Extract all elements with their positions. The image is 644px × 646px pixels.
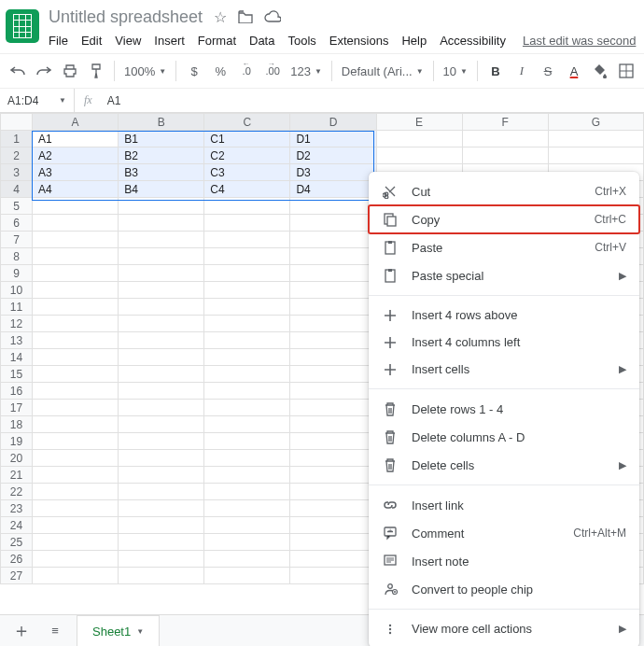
- cell[interactable]: [204, 215, 290, 232]
- row-header[interactable]: 14: [1, 349, 33, 366]
- cell[interactable]: [290, 551, 376, 568]
- row-header[interactable]: 26: [1, 551, 33, 568]
- column-header[interactable]: D: [290, 114, 376, 131]
- cell[interactable]: [119, 282, 204, 299]
- cell[interactable]: [204, 433, 290, 450]
- cell[interactable]: [119, 551, 204, 568]
- row-header[interactable]: 20: [1, 450, 33, 467]
- row-header[interactable]: 24: [1, 517, 33, 534]
- menu-tools[interactable]: Tools: [287, 34, 315, 48]
- cell[interactable]: [290, 568, 376, 584]
- row-header[interactable]: 22: [1, 484, 33, 500]
- cell[interactable]: [204, 248, 290, 265]
- font-size-dropdown[interactable]: 10▼: [443, 64, 468, 78]
- cell[interactable]: [204, 232, 290, 248]
- cell[interactable]: [119, 349, 204, 366]
- context-menu-item[interactable]: Paste special▶: [369, 261, 639, 289]
- cell[interactable]: [33, 416, 119, 433]
- row-header[interactable]: 12: [1, 316, 33, 332]
- redo-icon[interactable]: [35, 63, 52, 79]
- cell[interactable]: [33, 349, 119, 366]
- context-menu-item[interactable]: Delete cells▶: [369, 451, 639, 479]
- cell[interactable]: D4: [290, 181, 376, 198]
- column-header[interactable]: A: [33, 114, 119, 131]
- cell[interactable]: A2: [33, 147, 119, 164]
- column-header[interactable]: B: [119, 114, 204, 131]
- percent-button[interactable]: %: [212, 63, 229, 79]
- context-menu-item[interactable]: Insert 4 columns left: [369, 329, 639, 356]
- add-sheet-button[interactable]: ＋: [9, 619, 34, 643]
- cell[interactable]: [204, 332, 290, 349]
- cell[interactable]: [33, 332, 119, 349]
- cell[interactable]: [119, 467, 204, 484]
- cell[interactable]: [33, 551, 119, 568]
- cell[interactable]: [119, 568, 204, 584]
- cell[interactable]: [290, 467, 376, 484]
- row-header[interactable]: 27: [1, 568, 33, 584]
- cell[interactable]: [204, 282, 290, 299]
- cell[interactable]: C4: [204, 181, 290, 198]
- cell[interactable]: [33, 232, 119, 248]
- fill-color-button[interactable]: [592, 63, 609, 79]
- cell[interactable]: [204, 316, 290, 332]
- cell[interactable]: [290, 484, 376, 500]
- cell[interactable]: [33, 366, 119, 383]
- cell[interactable]: B3: [119, 164, 204, 181]
- cell[interactable]: [33, 198, 119, 215]
- row-header[interactable]: 21: [1, 467, 33, 484]
- star-icon[interactable]: ☆: [214, 8, 227, 26]
- cell[interactable]: [290, 215, 376, 232]
- cell[interactable]: [119, 215, 204, 232]
- cell[interactable]: [290, 383, 376, 400]
- cell[interactable]: [119, 433, 204, 450]
- cell[interactable]: [290, 198, 376, 215]
- cell[interactable]: [204, 517, 290, 534]
- context-menu-item[interactable]: PasteCtrl+V: [369, 233, 639, 261]
- context-menu-item[interactable]: CopyCtrl+C: [369, 205, 639, 233]
- row-header[interactable]: 1: [1, 131, 33, 147]
- menu-view[interactable]: View: [115, 34, 141, 48]
- cell[interactable]: [33, 282, 119, 299]
- cell[interactable]: [290, 433, 376, 450]
- borders-button[interactable]: [618, 63, 635, 79]
- column-header[interactable]: G: [548, 114, 643, 131]
- formula-value[interactable]: A1: [102, 94, 127, 107]
- cell[interactable]: [548, 147, 643, 164]
- cell[interactable]: [204, 450, 290, 467]
- cell[interactable]: [119, 534, 204, 551]
- sheet-tab-menu-icon[interactable]: ▼: [136, 627, 144, 636]
- cell[interactable]: [119, 484, 204, 500]
- name-box[interactable]: A1:D4 ▼: [0, 89, 75, 112]
- cell[interactable]: C2: [204, 147, 290, 164]
- cell[interactable]: [204, 534, 290, 551]
- bold-button[interactable]: B: [487, 63, 504, 79]
- menu-insert[interactable]: Insert: [154, 34, 185, 48]
- cell[interactable]: [204, 299, 290, 316]
- context-menu-item[interactable]: CutCtrl+X: [369, 177, 639, 205]
- cell[interactable]: [119, 316, 204, 332]
- document-title[interactable]: Untitled spreadsheet: [49, 7, 203, 27]
- row-header[interactable]: 3: [1, 164, 33, 181]
- cell[interactable]: [119, 248, 204, 265]
- cell[interactable]: [33, 316, 119, 332]
- cell[interactable]: [204, 467, 290, 484]
- currency-button[interactable]: $: [186, 63, 203, 79]
- cell[interactable]: B4: [119, 181, 204, 198]
- cell[interactable]: [290, 416, 376, 433]
- cell[interactable]: [204, 500, 290, 517]
- cell[interactable]: [119, 198, 204, 215]
- cell[interactable]: [290, 265, 376, 282]
- cell[interactable]: [290, 517, 376, 534]
- cell[interactable]: D3: [290, 164, 376, 181]
- menu-help[interactable]: Help: [401, 34, 427, 48]
- context-menu-item[interactable]: View more cell actions▶: [369, 615, 639, 642]
- cell[interactable]: [33, 450, 119, 467]
- row-header[interactable]: 15: [1, 366, 33, 383]
- context-menu[interactable]: CutCtrl+XCopyCtrl+CPasteCtrl+VPaste spec…: [369, 172, 639, 646]
- last-edit-link[interactable]: Last edit was second: [523, 34, 636, 48]
- cell[interactable]: B2: [119, 147, 204, 164]
- context-menu-item[interactable]: +CommentCtrl+Alt+M: [369, 519, 639, 547]
- cell[interactable]: [204, 265, 290, 282]
- cell[interactable]: [119, 400, 204, 416]
- cell[interactable]: [290, 299, 376, 316]
